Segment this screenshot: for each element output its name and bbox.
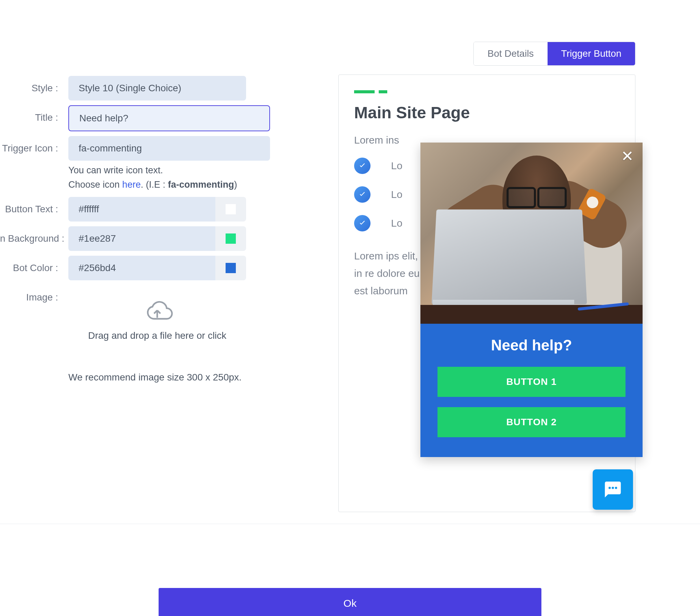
button-bg-color-input[interactable] <box>68 226 215 251</box>
divider <box>0 524 700 524</box>
popup-title: Need help? <box>438 337 625 354</box>
accent-bars <box>354 88 620 95</box>
check-icon <box>354 158 371 174</box>
style-label: Style : <box>0 76 68 94</box>
button-text-label: Button Text : <box>0 197 68 215</box>
image-label: Image : <box>0 285 68 303</box>
trigger-icon-input[interactable] <box>68 136 270 161</box>
svg-point-0 <box>609 487 611 489</box>
dropzone-text: Drag and drop a file here or click <box>68 330 246 341</box>
trigger-icon-label: Trigger Icon : <box>0 136 68 154</box>
popup-button-2[interactable]: BUTTON 2 <box>438 407 625 437</box>
list-item-text: Lo <box>391 189 402 200</box>
tab-trigger-button[interactable]: Trigger Button <box>548 42 635 65</box>
helper-line2-mid: . (I.E : <box>141 180 168 190</box>
svg-point-1 <box>612 487 614 489</box>
title-label: Title : <box>0 105 68 123</box>
style-select[interactable]: Style 10 (Single Choice) <box>68 76 246 100</box>
chat-icon <box>603 480 622 499</box>
button-text-color-input[interactable] <box>68 197 215 222</box>
helper-example: fa-commenting <box>168 180 234 190</box>
popup-image: ✕ <box>421 143 642 324</box>
list-item-text: Lo <box>391 160 402 172</box>
preview-title: Main Site Page <box>354 103 620 122</box>
form-column: Style : Style 10 (Single Choice) Title :… <box>0 76 270 386</box>
check-icon <box>354 186 371 203</box>
helper-line1: You can write icon text. <box>68 165 163 175</box>
button-bg-swatch <box>226 233 236 244</box>
chat-fab[interactable] <box>593 469 633 510</box>
button-bg-label: n Background : <box>0 226 68 244</box>
list-item-text: Lo <box>391 218 402 229</box>
tab-strip: Bot Details Trigger Button <box>473 42 635 66</box>
ok-button[interactable]: Ok <box>159 588 541 616</box>
close-icon[interactable]: ✕ <box>621 149 634 164</box>
image-dropzone[interactable]: Drag and drop a file here or click <box>68 299 246 341</box>
check-icon <box>354 215 371 231</box>
popup-button-1[interactable]: BUTTON 1 <box>438 367 625 397</box>
upload-cloud-icon <box>140 299 174 324</box>
popup-card: ✕ Need help? BUTTON 1 BUTTON 2 <box>421 143 642 457</box>
bot-color-label: Bot Color : <box>0 256 68 273</box>
helper-link[interactable]: here <box>122 180 141 190</box>
title-input[interactable] <box>68 105 270 131</box>
svg-point-2 <box>615 487 617 489</box>
button-text-swatch <box>226 204 236 214</box>
helper-line2-prefix: Choose icon <box>68 180 122 190</box>
preview-panel: Main Site Page Lorem ins Lo Lo Lo Lorem … <box>338 75 635 512</box>
button-text-swatch-cell[interactable] <box>215 197 246 222</box>
helper-line2-suffix: ) <box>234 180 237 190</box>
tab-bot-details[interactable]: Bot Details <box>474 42 547 65</box>
bot-color-swatch-cell[interactable] <box>215 256 246 280</box>
button-bg-swatch-cell[interactable] <box>215 226 246 251</box>
bot-color-input[interactable] <box>68 256 215 280</box>
bot-color-swatch <box>226 263 236 273</box>
image-recommend: We recommend image size 300 x 250px. <box>68 372 246 383</box>
